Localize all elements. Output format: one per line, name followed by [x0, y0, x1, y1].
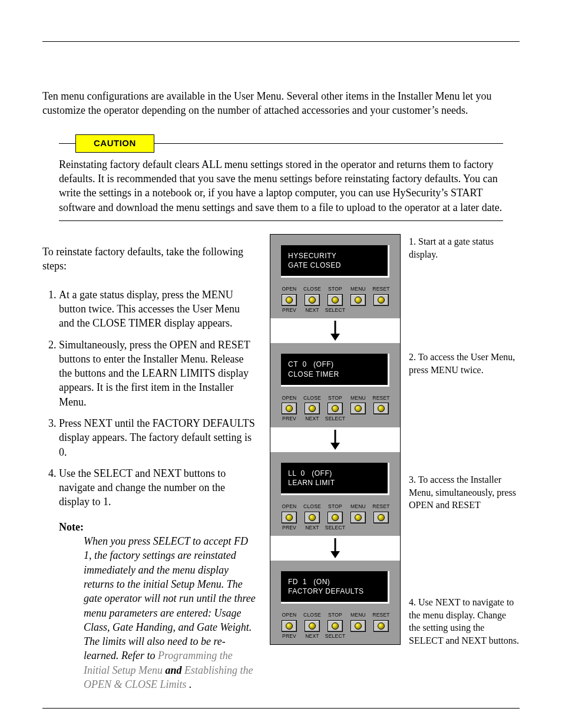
button-top-label: CLOSE [302, 503, 323, 510]
button-cell: MENU [348, 503, 369, 531]
note-mid: and [165, 664, 184, 676]
button-cell: RESET [371, 612, 392, 640]
button-cell: RESET [371, 286, 392, 314]
step-1: At a gate status display, press the MENU… [59, 288, 256, 331]
button-cell: OPENPREV [279, 612, 300, 640]
button-bottom-label: SELECT [325, 416, 346, 422]
button-row: OPENPREVCLOSENEXTSTOPSELECTMENURESET [276, 612, 394, 640]
button-top-label: STOP [325, 612, 346, 618]
control-panel: CT 0 (OFF)CLOSE TIMEROPENPREVCLOSENEXTST… [270, 343, 400, 427]
button-top-label: CLOSE [302, 612, 323, 618]
button-bottom-label [348, 307, 369, 313]
stop-button[interactable] [328, 294, 343, 306]
button-bottom-label: NEXT [302, 307, 323, 314]
button-led-icon [355, 297, 362, 304]
caption-2: 2. To access the User Menu, press MENU t… [409, 351, 520, 462]
control-panel: LL 0 (OFF)LEARN LIMITOPENPREVCLOSENEXTST… [270, 452, 400, 536]
menu-button[interactable] [351, 620, 366, 632]
button-led-icon [378, 622, 385, 630]
svg-marker-3 [330, 443, 340, 450]
button-top-label: OPEN [279, 286, 300, 292]
button-top-label: CLOSE [302, 395, 323, 401]
button-cell: MENU [348, 612, 369, 640]
note-tail: . [189, 678, 192, 690]
button-led-icon [378, 405, 385, 412]
flow-arrow-icon [270, 536, 400, 561]
button-row: OPENPREVCLOSENEXTSTOPSELECTMENURESET [276, 286, 394, 314]
stop-button[interactable] [328, 620, 343, 632]
button-cell: MENU [348, 286, 369, 314]
lcd-display: LL 0 (OFF)LEARN LIMIT [281, 463, 389, 495]
step-2: Simultaneously, press the OPEN and RESET… [59, 338, 256, 409]
reset-button[interactable] [373, 620, 389, 632]
button-led-icon [378, 297, 385, 304]
button-top-label: STOP [325, 395, 346, 401]
button-top-label: RESET [371, 395, 392, 401]
button-bottom-label: PREV [279, 307, 300, 314]
control-panel-sequence: HYSECURITYGATE CLOSEDOPENPREVCLOSENEXTST… [270, 234, 401, 645]
button-led-icon [286, 405, 293, 412]
button-cell: STOPSELECT [325, 395, 346, 423]
button-cell: RESET [371, 395, 392, 423]
lcd-display: CT 0 (OFF)CLOSE TIMER [281, 354, 389, 386]
button-led-icon [286, 622, 293, 630]
procedure-steps: At a gate status display, press the MENU… [42, 288, 256, 509]
button-bottom-label: SELECT [325, 525, 346, 531]
button-led-icon [309, 297, 316, 304]
reset-button[interactable] [373, 512, 389, 523]
menu-button[interactable] [351, 403, 366, 414]
button-bottom-label: SELECT [325, 307, 346, 314]
stop-button[interactable] [328, 403, 343, 414]
button-cell: OPENPREV [279, 395, 300, 423]
button-top-label: OPEN [279, 395, 300, 401]
lcd-display: HYSECURITYGATE CLOSED [281, 245, 389, 278]
top-rule [42, 41, 520, 42]
lcd-line-2: FACTORY DEFAULTS [288, 587, 381, 596]
button-bottom-label [348, 525, 369, 531]
reset-button[interactable] [373, 403, 389, 414]
open-button[interactable] [282, 512, 297, 523]
svg-marker-5 [330, 551, 340, 558]
button-led-icon [332, 405, 339, 412]
open-button[interactable] [282, 620, 297, 632]
close-button[interactable] [305, 294, 320, 306]
button-cell: STOPSELECT [325, 503, 346, 531]
button-top-label: MENU [348, 286, 369, 292]
open-button[interactable] [282, 403, 297, 414]
menu-button[interactable] [351, 512, 366, 523]
caption-3: 3. To access the Installer Menu, simulta… [409, 473, 520, 584]
reset-button[interactable] [373, 294, 389, 306]
lcd-line-2: CLOSE TIMER [288, 370, 381, 379]
lcd-line-2: LEARN LIMIT [288, 478, 381, 487]
lcd-line-1: CT 0 (OFF) [288, 360, 381, 369]
button-cell: RESET [371, 503, 392, 531]
button-cell: STOPSELECT [325, 612, 346, 640]
button-bottom-label: SELECT [325, 633, 346, 640]
button-led-icon [355, 622, 362, 630]
button-led-icon [286, 514, 293, 521]
button-led-icon [332, 622, 339, 630]
svg-marker-1 [330, 334, 340, 341]
button-led-icon [355, 514, 362, 521]
button-led-icon [309, 622, 316, 630]
intro-paragraph: Ten menu configurations are available in… [42, 89, 520, 118]
close-button[interactable] [305, 620, 320, 632]
flow-arrow-icon [270, 318, 400, 343]
button-top-label: STOP [325, 286, 346, 292]
lcd-line-1: LL 0 (OFF) [288, 469, 381, 478]
button-cell: OPENPREV [279, 503, 300, 531]
close-button[interactable] [305, 512, 320, 523]
stop-button[interactable] [328, 512, 343, 523]
button-led-icon [355, 405, 362, 412]
open-button[interactable] [282, 294, 297, 306]
button-top-label: CLOSE [302, 286, 323, 292]
button-bottom-label [348, 416, 369, 421]
button-led-icon [332, 514, 339, 521]
button-top-label: RESET [371, 503, 392, 510]
caution-label: CAUTION [75, 134, 154, 153]
step-3: Press NEXT until the FACTORY DEFAULTS di… [59, 416, 256, 459]
menu-button[interactable] [351, 294, 366, 306]
button-cell: CLOSENEXT [302, 612, 323, 640]
close-button[interactable] [305, 403, 320, 414]
button-top-label: MENU [348, 612, 369, 618]
